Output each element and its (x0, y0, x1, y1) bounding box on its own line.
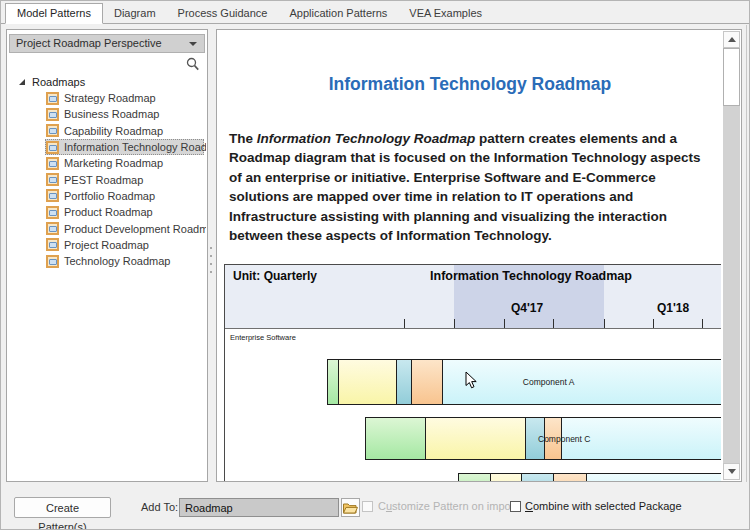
pattern-icon (46, 141, 59, 154)
bar-segment-orange (554, 474, 587, 482)
pattern-icon (46, 173, 59, 186)
pattern-icon-inner (49, 193, 57, 199)
pattern-tree: Roadmaps Strategy RoadmapBusiness Roadma… (7, 73, 206, 479)
tree-item-label: Capability Roadmap (64, 125, 163, 137)
tree-root-roadmaps[interactable]: Roadmaps (7, 73, 206, 90)
tree-item-technology-roadmap[interactable]: Technology Roadmap (45, 253, 204, 269)
tree-root-label: Roadmaps (32, 76, 85, 88)
tree-item-label: Information Technology Roadmap (64, 141, 206, 153)
browse-folder-button[interactable] (341, 498, 360, 517)
tree-item-pest-roadmap[interactable]: PEST Roadmap (45, 171, 204, 187)
tab-model-patterns[interactable]: Model Patterns (5, 3, 103, 24)
arrow-down-icon (728, 469, 736, 474)
customize-pattern-checkbox (362, 501, 373, 512)
pattern-icon-inner (49, 145, 57, 151)
bar-segment-green (328, 360, 339, 404)
model-patterns-dialog: Model PatternsDiagramProcess GuidanceApp… (0, 0, 750, 530)
pattern-preview-panel: Information Technology Roadmap The Infor… (216, 29, 742, 482)
pattern-icon (46, 206, 59, 219)
description-text: The (229, 131, 257, 146)
tab-diagram[interactable]: Diagram (103, 4, 167, 23)
bar-segment-green (459, 474, 491, 482)
tree-item-information-technology-roadmap[interactable]: Information Technology Roadmap (45, 139, 204, 155)
tree-item-list: Strategy RoadmapBusiness RoadmapCapabili… (7, 90, 206, 269)
scroll-up-button[interactable] (723, 31, 740, 48)
timeline-tick (604, 319, 605, 328)
tree-item-label: Technology Roadmap (64, 255, 170, 267)
pattern-icon (46, 238, 59, 251)
pattern-icon (46, 189, 59, 202)
tree-item-label: Marketing Roadmap (64, 157, 163, 169)
tree-item-product-development-roadmap[interactable]: Product Development Roadmap (45, 220, 204, 236)
combine-package-checkbox[interactable] (510, 501, 521, 512)
add-to-input[interactable] (179, 498, 339, 517)
timeline-tick (653, 319, 654, 328)
pattern-icon (46, 222, 59, 235)
add-to-label: Add To: (141, 501, 178, 513)
bar-segment-cyan (587, 474, 721, 482)
bar-label: Component A (523, 377, 575, 387)
customize-pattern-label: Customize Pattern on import (378, 500, 517, 512)
perspective-dropdown[interactable]: Project Roadmap Perspective (9, 34, 205, 53)
search-row[interactable] (9, 54, 205, 74)
description-text: pattern creates elements and a Roadmap d… (229, 131, 701, 243)
perspective-dropdown-value: Project Roadmap Perspective (16, 37, 162, 49)
bar-segment-yellow (491, 474, 522, 482)
bar-segment-yellow (426, 418, 526, 459)
scrollbar-thumb[interactable] (723, 48, 740, 106)
roadmap-title: Information Technology Roadmap (430, 269, 632, 283)
pattern-icon-inner (49, 259, 57, 265)
timeline-tick (404, 319, 405, 328)
combine-package-label: Combine with selected Package (525, 500, 682, 512)
roadmap-timeline-header: Unit: Quarterly Information Technology R… (225, 265, 721, 329)
tree-item-label: Product Roadmap (64, 206, 153, 218)
roadmap-bar-component-a: Component A (327, 359, 721, 405)
timeline-tick (504, 319, 505, 328)
lane-label: Enterprise Software (230, 333, 296, 342)
bar-segment-blue (522, 474, 554, 482)
pattern-icon-inner (49, 242, 57, 248)
magnifier-icon (186, 57, 199, 71)
tab-application-patterns[interactable]: Application Patterns (278, 4, 398, 23)
timeline-tick (454, 319, 455, 328)
unit-label: Unit: Quarterly (233, 269, 317, 283)
pattern-icon-inner (49, 177, 57, 183)
tree-item-strategy-roadmap[interactable]: Strategy Roadmap (45, 90, 204, 106)
tree-expander-icon[interactable] (19, 79, 25, 85)
pattern-icon (46, 108, 59, 121)
tree-item-business-roadmap[interactable]: Business Roadmap (45, 106, 204, 122)
tree-item-product-roadmap[interactable]: Product Roadmap (45, 204, 204, 220)
scroll-down-button[interactable] (723, 463, 740, 480)
roadmap-diagram-preview: Unit: Quarterly Information Technology R… (224, 264, 721, 482)
arrow-up-icon (728, 37, 736, 42)
roadmap-bar (458, 473, 721, 482)
tab-vea-examples[interactable]: VEA Examples (398, 4, 493, 23)
page-title: Information Technology Roadmap (217, 74, 723, 95)
pattern-sidebar: Project Roadmap Perspective Roadmaps Str… (6, 29, 208, 482)
pattern-icon (46, 255, 59, 268)
timeline-tick (702, 319, 703, 328)
chevron-down-icon (189, 42, 197, 46)
mouse-pointer-icon (465, 371, 478, 390)
bar-label: Component C (538, 434, 590, 444)
pattern-icon-inner (49, 210, 57, 216)
roadmap-bar-component-c: Component C (365, 417, 721, 460)
pattern-icon (46, 92, 59, 105)
pattern-icon-inner (49, 96, 57, 102)
vertical-scrollbar[interactable] (723, 31, 740, 480)
pattern-icon-inner (49, 128, 57, 134)
tab-process-guidance[interactable]: Process Guidance (167, 4, 279, 23)
pattern-description: The Information Technology Roadmap patte… (229, 129, 708, 246)
tree-item-capability-roadmap[interactable]: Capability Roadmap (45, 123, 204, 139)
pattern-icon-inner (49, 112, 57, 118)
bar-segment-cyan (443, 360, 721, 404)
tree-item-marketing-roadmap[interactable]: Marketing Roadmap (45, 155, 204, 171)
panel-splitter-handle[interactable] (210, 247, 212, 273)
bar-segment-orange (412, 360, 443, 404)
tree-item-project-roadmap[interactable]: Project Roadmap (45, 237, 204, 253)
tree-item-portfolio-roadmap[interactable]: Portfolio Roadmap (45, 188, 204, 204)
create-pattern-button[interactable]: Create Pattern(s) (14, 497, 111, 518)
period-label-q4-17: Q4'17 (511, 301, 543, 315)
tab-bar: Model PatternsDiagramProcess GuidanceApp… (1, 1, 749, 24)
pattern-icon (46, 157, 59, 170)
